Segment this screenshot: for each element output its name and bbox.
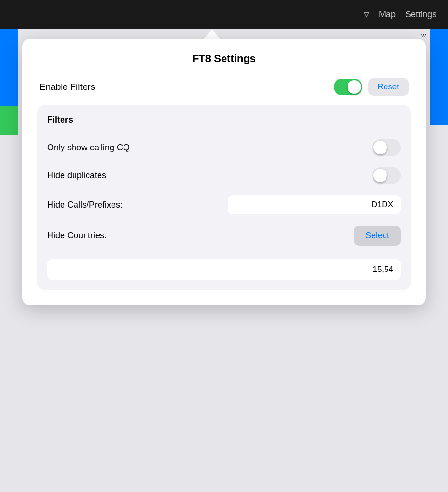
modal-title: FT8 Settings [37,52,411,65]
only-show-cq-label: Only show calling CQ [47,143,130,153]
countries-value-input[interactable] [47,259,401,280]
enable-filters-label: Enable Filters [39,82,95,92]
hide-calls-label: Hide Calls/Prefixes: [47,200,123,210]
hide-calls-input[interactable] [228,195,401,214]
hide-calls-row: Hide Calls/Prefixes: [47,189,401,220]
only-show-cq-knob [373,141,387,154]
only-show-cq-row: Only show calling CQ [47,134,401,161]
countries-input-wrapper [47,253,401,280]
reset-button[interactable]: Reset [368,78,409,96]
hide-duplicates-label: Hide duplicates [47,171,106,181]
modal-arrow [203,29,221,39]
enable-filters-controls: Reset [334,78,409,96]
filters-section: Filters Only show calling CQ Hide duplic… [37,105,411,290]
hide-duplicates-knob [373,169,387,182]
modal-overlay: FT8 Settings Enable Filters Reset Filter… [0,0,448,492]
toggle-knob [348,80,361,94]
only-show-cq-toggle[interactable] [372,139,401,156]
ft8-settings-modal: FT8 Settings Enable Filters Reset Filter… [22,39,426,305]
hide-duplicates-toggle[interactable] [372,167,401,184]
hide-countries-row: Hide Countries: Select [47,220,401,251]
hide-countries-label: Hide Countries: [47,231,107,241]
enable-filters-row: Enable Filters Reset [37,78,411,96]
filters-section-title: Filters [47,115,401,125]
enable-filters-toggle[interactable] [334,79,362,95]
hide-duplicates-row: Hide duplicates [47,161,401,189]
select-countries-button[interactable]: Select [354,226,401,246]
